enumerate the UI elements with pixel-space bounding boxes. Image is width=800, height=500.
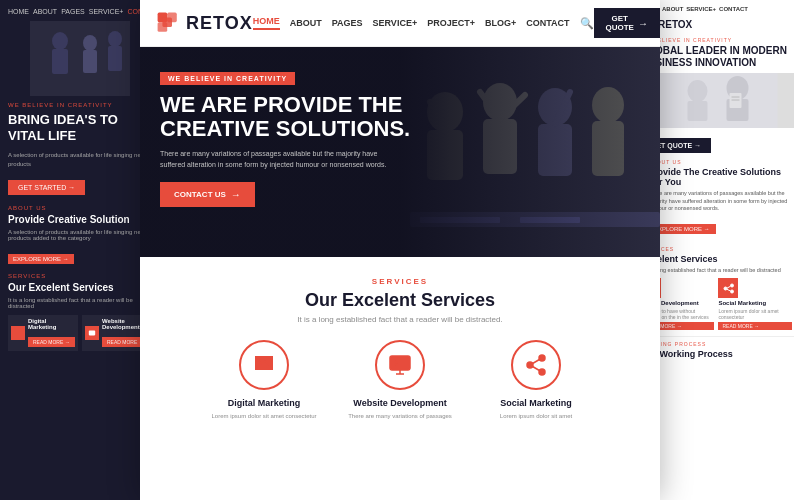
nav-pages[interactable]: PAGES — [332, 18, 363, 28]
service-card-title-2: Website Development — [340, 398, 460, 408]
left-cta-button[interactable]: GET STARTED → — [8, 180, 85, 195]
right-logo: RETOX — [641, 17, 794, 31]
center-panel: RETOX HOME ABOUT PAGES SERVICE+ PROJECT+… — [140, 0, 660, 500]
right-read-more-2[interactable]: READ MORE → — [718, 322, 791, 330]
left-services-desc: It is a long established fact that a rea… — [8, 297, 152, 309]
nav-blog[interactable]: BLOG+ — [485, 18, 516, 28]
svg-rect-4 — [83, 50, 97, 73]
service-card-title-1: Digital Marketing — [204, 398, 324, 408]
svg-point-5 — [108, 31, 122, 47]
center-nav[interactable]: HOME ABOUT PAGES SERVICE+ PROJECT+ BLOG+… — [253, 16, 594, 30]
svg-rect-37 — [658, 73, 778, 128]
right-service-row: Nbsite Development I try logo to have wi… — [641, 278, 794, 330]
right-service-2: Social Marketing Lorem ipsum dolor sit a… — [718, 278, 791, 330]
right-service-name-2: Social Marketing — [718, 300, 791, 306]
svg-rect-39 — [688, 101, 708, 121]
svg-point-3 — [83, 35, 97, 51]
working-process-label: WORKING PROCESS — [641, 341, 794, 347]
left-services-title: Our Excelent Services — [8, 282, 152, 293]
left-nav-home[interactable]: HOME — [8, 8, 29, 15]
center-header: RETOX HOME ABOUT PAGES SERVICE+ PROJECT+… — [140, 0, 660, 47]
digital-marketing-icon — [11, 326, 25, 340]
contact-arrow-icon: → — [231, 189, 241, 200]
search-icon[interactable]: 🔍 — [580, 17, 594, 30]
nav-about[interactable]: ABOUT — [290, 18, 322, 28]
svg-point-30 — [539, 355, 545, 361]
right-services-desc: It is a long established fact that a rea… — [641, 267, 794, 273]
left-nav-about[interactable]: ABOUT — [33, 8, 57, 15]
brand-name: RETOX — [186, 13, 253, 34]
nav-service[interactable]: SERVICE+ — [373, 18, 418, 28]
service-card-desc-3: Lorem ipsum dolor sit amet — [476, 412, 596, 420]
nav-home[interactable]: HOME — [253, 16, 280, 30]
left-service-name-1: Digital Marketing — [28, 318, 75, 330]
hero-description: There are many variations of passages av… — [160, 149, 400, 170]
service-card-desc-2: There are many variations of passages — [340, 412, 460, 420]
left-service-digital: Digital Marketing READ MORE → — [8, 315, 78, 351]
web-dev-icon — [85, 326, 99, 340]
service-card-social: Social Marketing Lorem ipsum dolor sit a… — [476, 340, 596, 420]
left-service-items: Digital Marketing READ MORE → Website De… — [8, 315, 152, 351]
svg-point-32 — [539, 369, 545, 375]
service-card-web: Website Development There are many varia… — [340, 340, 460, 420]
svg-point-47 — [724, 287, 727, 290]
right-nav-about[interactable]: ABOUT — [662, 6, 683, 12]
services-section: SERVICES Our Excelent Services It is a l… — [140, 257, 660, 430]
web-dev-card-icon — [375, 340, 425, 390]
contact-btn-label: CONTACT US — [174, 190, 226, 199]
svg-point-46 — [730, 284, 733, 287]
right-services-label: SERVICES — [641, 246, 794, 252]
contact-us-button[interactable]: CONTACT US → — [160, 182, 255, 207]
left-read-more-1[interactable]: READ MORE → — [28, 337, 75, 347]
left-hero-image — [8, 21, 152, 96]
svg-rect-6 — [108, 46, 122, 71]
services-header: SERVICES Our Excelent Services It is a l… — [160, 277, 640, 324]
right-services-title: Excelent Services — [641, 254, 794, 264]
svg-point-31 — [527, 362, 533, 368]
left-top-nav[interactable]: HOME ABOUT PAGES SERVICE+ CONTACT — [8, 8, 152, 15]
right-social-marketing-icon — [718, 278, 738, 298]
left-about-label: ABOUT US — [8, 205, 152, 211]
svg-rect-11 — [158, 22, 168, 32]
svg-rect-29 — [390, 356, 410, 370]
right-brand-name: RETOX — [658, 19, 692, 30]
social-marketing-card-icon — [511, 340, 561, 390]
right-nav-service[interactable]: SERVICE+ — [686, 6, 716, 12]
svg-rect-7 — [89, 331, 95, 336]
svg-point-38 — [688, 80, 708, 102]
svg-point-48 — [730, 290, 733, 293]
get-quote-button[interactable]: GET QUOTE → — [594, 8, 660, 38]
service-card-digital: Digital Marketing Lorem ipsum dolor sit … — [204, 340, 324, 420]
hero-badge: WE BELIEVE IN CREATIVITY — [160, 72, 295, 85]
services-title: Our Excelent Services — [160, 290, 640, 311]
hero-title: WE ARE PROVIDE THE CREATIVE SOLUTIONS. — [160, 93, 440, 141]
left-headline: BRING IDEA'S TO VITAL LIFE — [8, 112, 152, 143]
nav-contact[interactable]: CONTACT — [526, 18, 569, 28]
right-about-title: Provide The Creative Solutions For You — [648, 167, 794, 187]
logo-icon — [156, 11, 180, 35]
right-service-desc-2: Lorem ipsum dolor sit amet consectetur — [718, 308, 791, 320]
left-nav-pages[interactable]: PAGES — [61, 8, 85, 15]
right-hero-image — [641, 73, 794, 128]
get-quote-label: GET QUOTE — [606, 14, 634, 32]
left-read-more[interactable]: EXPLORE MORE → — [8, 254, 74, 264]
arrow-icon: → — [638, 18, 648, 29]
service-card-title-3: Social Marketing — [476, 398, 596, 408]
nav-project[interactable]: PROJECT+ — [427, 18, 475, 28]
svg-rect-2 — [52, 49, 68, 74]
right-headline: GLOBAL LEADER IN MODERN BUSINESS INNOVAT… — [641, 45, 794, 69]
left-nav-service[interactable]: SERVICE+ — [89, 8, 124, 15]
hero-content: WE BELIEVE IN CREATIVITY WE ARE PROVIDE … — [160, 67, 440, 207]
left-tagline: WE BELIEVE IN CREATIVITY — [8, 102, 152, 108]
digital-marketing-card-icon — [239, 340, 289, 390]
left-section-title: Provide Creative Solution — [8, 214, 152, 225]
right-top-nav[interactable]: HOME ABOUT SERVICE+ CONTACT — [641, 6, 794, 12]
services-subtitle: It is a long established fact that a rea… — [160, 315, 640, 324]
svg-point-1 — [52, 32, 68, 50]
hero-section: WE BELIEVE IN CREATIVITY WE ARE PROVIDE … — [140, 47, 660, 257]
right-about-label: ABOUT US — [648, 159, 794, 165]
right-nav-contact[interactable]: CONTACT — [719, 6, 748, 12]
left-panel: HOME ABOUT PAGES SERVICE+ CONTACT WE BEL… — [0, 0, 160, 500]
svg-rect-10 — [167, 13, 177, 23]
working-process-title: Our Working Process — [641, 349, 794, 359]
